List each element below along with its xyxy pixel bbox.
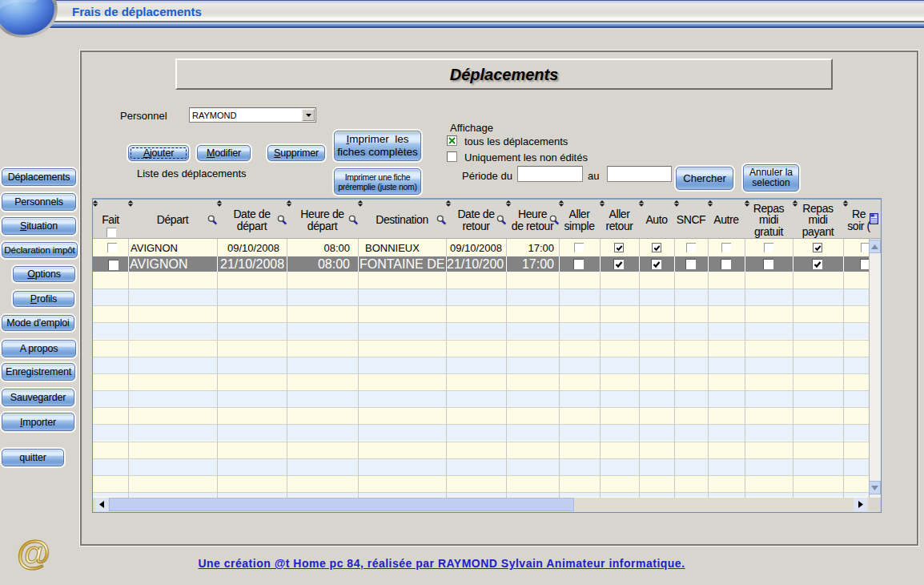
svg-text:@: @ [17,534,50,572]
